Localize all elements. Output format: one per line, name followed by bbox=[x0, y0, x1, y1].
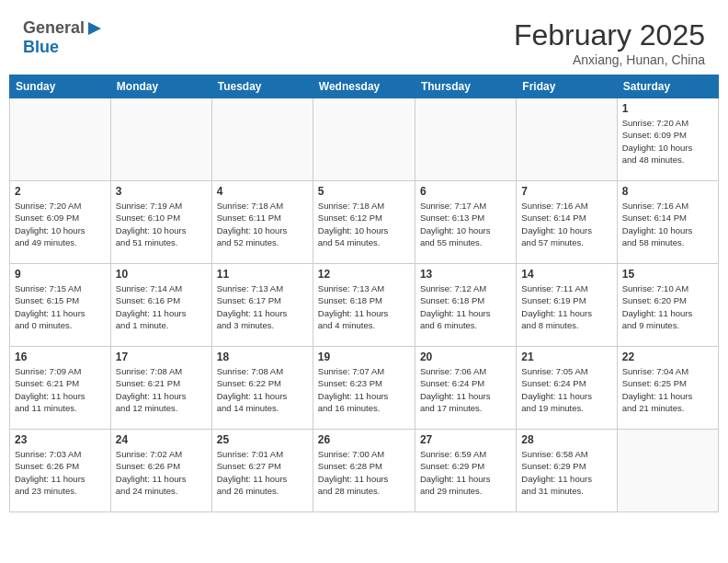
day-info: Sunrise: 6:59 AMSunset: 6:29 PMDaylight:… bbox=[420, 448, 511, 497]
weekday-header-row: SundayMondayTuesdayWednesdayThursdayFrid… bbox=[10, 75, 719, 98]
day-info: Sunrise: 7:18 AMSunset: 6:12 PMDaylight:… bbox=[318, 200, 410, 248]
weekday-header-tuesday: Tuesday bbox=[211, 75, 313, 98]
month-title: February 2025 bbox=[514, 18, 705, 52]
day-number: 9 bbox=[15, 268, 106, 281]
day-info: Sunrise: 7:20 AMSunset: 6:09 PMDaylight:… bbox=[622, 117, 713, 166]
calendar-day-cell: 26Sunrise: 7:00 AMSunset: 6:28 PMDayligh… bbox=[313, 430, 415, 512]
calendar-day-cell: 11Sunrise: 7:13 AMSunset: 6:17 PMDayligh… bbox=[211, 264, 313, 347]
calendar-day-cell: 25Sunrise: 7:01 AMSunset: 6:27 PMDayligh… bbox=[211, 430, 313, 512]
day-info: Sunrise: 7:04 AMSunset: 6:25 PMDaylight:… bbox=[622, 365, 713, 414]
day-number: 18 bbox=[217, 350, 308, 363]
calendar-day-cell: 15Sunrise: 7:10 AMSunset: 6:20 PMDayligh… bbox=[617, 264, 718, 347]
day-info: Sunrise: 7:01 AMSunset: 6:27 PMDaylight:… bbox=[217, 448, 308, 497]
weekday-header-friday: Friday bbox=[517, 75, 617, 98]
calendar-week-row: 9Sunrise: 7:15 AMSunset: 6:15 PMDaylight… bbox=[10, 264, 719, 347]
calendar-day-cell: 2Sunrise: 7:20 AMSunset: 6:09 PMDaylight… bbox=[10, 181, 111, 264]
calendar-day-cell: 6Sunrise: 7:17 AMSunset: 6:13 PMDaylight… bbox=[415, 181, 516, 264]
day-number: 27 bbox=[420, 433, 511, 446]
day-number: 6 bbox=[420, 185, 511, 198]
day-info: Sunrise: 7:05 AMSunset: 6:24 PMDaylight:… bbox=[521, 365, 611, 414]
day-number: 20 bbox=[420, 350, 511, 363]
day-number: 8 bbox=[622, 185, 713, 198]
day-number: 10 bbox=[116, 268, 207, 281]
page-header: General Blue February 2025 Anxiang, Huna… bbox=[9, 9, 719, 75]
calendar-week-row: 16Sunrise: 7:09 AMSunset: 6:21 PMDayligh… bbox=[10, 347, 719, 430]
day-number: 24 bbox=[116, 433, 207, 446]
day-info: Sunrise: 7:16 AMSunset: 6:14 PMDaylight:… bbox=[622, 200, 713, 248]
day-info: Sunrise: 7:00 AMSunset: 6:28 PMDaylight:… bbox=[318, 448, 410, 497]
location: Anxiang, Hunan, China bbox=[514, 52, 705, 67]
day-info: Sunrise: 7:10 AMSunset: 6:20 PMDaylight:… bbox=[622, 282, 713, 331]
calendar-day-cell: 22Sunrise: 7:04 AMSunset: 6:25 PMDayligh… bbox=[617, 347, 718, 430]
calendar-day-cell: 28Sunrise: 6:58 AMSunset: 6:29 PMDayligh… bbox=[517, 430, 617, 512]
calendar-day-cell bbox=[110, 98, 211, 181]
weekday-header-sunday: Sunday bbox=[10, 75, 111, 98]
weekday-header-wednesday: Wednesday bbox=[313, 75, 415, 98]
calendar-day-cell bbox=[617, 430, 718, 512]
day-number: 19 bbox=[318, 350, 410, 363]
calendar-day-cell: 12Sunrise: 7:13 AMSunset: 6:18 PMDayligh… bbox=[313, 264, 415, 347]
calendar-day-cell: 7Sunrise: 7:16 AMSunset: 6:14 PMDaylight… bbox=[517, 181, 617, 264]
day-number: 13 bbox=[420, 268, 511, 281]
calendar-day-cell bbox=[313, 98, 415, 181]
calendar-day-cell: 18Sunrise: 7:08 AMSunset: 6:22 PMDayligh… bbox=[211, 347, 313, 430]
calendar-day-cell bbox=[211, 98, 313, 181]
day-number: 26 bbox=[318, 433, 410, 446]
calendar-day-cell: 1Sunrise: 7:20 AMSunset: 6:09 PMDaylight… bbox=[617, 98, 718, 181]
calendar-day-cell bbox=[517, 98, 617, 181]
day-info: Sunrise: 7:03 AMSunset: 6:26 PMDaylight:… bbox=[15, 448, 106, 497]
svg-marker-0 bbox=[88, 22, 101, 35]
calendar-day-cell: 4Sunrise: 7:18 AMSunset: 6:11 PMDaylight… bbox=[211, 181, 313, 264]
day-number: 23 bbox=[15, 433, 106, 446]
day-info: Sunrise: 7:17 AMSunset: 6:13 PMDaylight:… bbox=[420, 200, 511, 248]
day-number: 12 bbox=[318, 268, 410, 281]
calendar-day-cell: 24Sunrise: 7:02 AMSunset: 6:26 PMDayligh… bbox=[110, 430, 211, 512]
day-number: 21 bbox=[521, 350, 611, 363]
calendar-week-row: 23Sunrise: 7:03 AMSunset: 6:26 PMDayligh… bbox=[10, 430, 719, 512]
day-number: 17 bbox=[116, 350, 207, 363]
day-info: Sunrise: 6:58 AMSunset: 6:29 PMDaylight:… bbox=[521, 448, 611, 497]
day-info: Sunrise: 7:15 AMSunset: 6:15 PMDaylight:… bbox=[15, 282, 106, 331]
calendar-day-cell: 23Sunrise: 7:03 AMSunset: 6:26 PMDayligh… bbox=[10, 430, 111, 512]
day-number: 7 bbox=[521, 185, 611, 198]
calendar-day-cell: 5Sunrise: 7:18 AMSunset: 6:12 PMDaylight… bbox=[313, 181, 415, 264]
calendar-day-cell: 19Sunrise: 7:07 AMSunset: 6:23 PMDayligh… bbox=[313, 347, 415, 430]
calendar-week-row: 2Sunrise: 7:20 AMSunset: 6:09 PMDaylight… bbox=[10, 181, 719, 264]
day-info: Sunrise: 7:20 AMSunset: 6:09 PMDaylight:… bbox=[15, 200, 106, 248]
calendar-day-cell: 17Sunrise: 7:08 AMSunset: 6:21 PMDayligh… bbox=[110, 347, 211, 430]
day-info: Sunrise: 7:08 AMSunset: 6:22 PMDaylight:… bbox=[217, 365, 308, 414]
calendar-day-cell: 21Sunrise: 7:05 AMSunset: 6:24 PMDayligh… bbox=[517, 347, 617, 430]
calendar-day-cell: 13Sunrise: 7:12 AMSunset: 6:18 PMDayligh… bbox=[415, 264, 516, 347]
day-info: Sunrise: 7:16 AMSunset: 6:14 PMDaylight:… bbox=[521, 200, 611, 248]
day-info: Sunrise: 7:07 AMSunset: 6:23 PMDaylight:… bbox=[318, 365, 410, 414]
weekday-header-thursday: Thursday bbox=[415, 75, 516, 98]
day-info: Sunrise: 7:14 AMSunset: 6:16 PMDaylight:… bbox=[116, 282, 207, 331]
day-number: 11 bbox=[217, 268, 308, 281]
day-number: 2 bbox=[15, 185, 106, 198]
calendar-day-cell: 16Sunrise: 7:09 AMSunset: 6:21 PMDayligh… bbox=[10, 347, 111, 430]
calendar-day-cell bbox=[415, 98, 516, 181]
day-number: 14 bbox=[521, 268, 611, 281]
logo: General Blue bbox=[23, 18, 103, 57]
weekday-header-monday: Monday bbox=[110, 75, 211, 98]
day-info: Sunrise: 7:08 AMSunset: 6:21 PMDaylight:… bbox=[116, 365, 207, 414]
day-info: Sunrise: 7:13 AMSunset: 6:17 PMDaylight:… bbox=[217, 282, 308, 331]
logo-blue: Blue bbox=[23, 38, 59, 57]
day-info: Sunrise: 7:02 AMSunset: 6:26 PMDaylight:… bbox=[116, 448, 207, 497]
calendar-week-row: 1Sunrise: 7:20 AMSunset: 6:09 PMDaylight… bbox=[10, 98, 719, 181]
logo-triangle-icon bbox=[86, 20, 103, 37]
calendar-day-cell: 3Sunrise: 7:19 AMSunset: 6:10 PMDaylight… bbox=[110, 181, 211, 264]
day-number: 15 bbox=[622, 268, 713, 281]
day-number: 5 bbox=[318, 185, 410, 198]
weekday-header-saturday: Saturday bbox=[617, 75, 718, 98]
calendar-day-cell bbox=[10, 98, 111, 181]
day-info: Sunrise: 7:09 AMSunset: 6:21 PMDaylight:… bbox=[15, 365, 106, 414]
day-number: 16 bbox=[15, 350, 106, 363]
day-number: 4 bbox=[217, 185, 308, 198]
calendar-day-cell: 20Sunrise: 7:06 AMSunset: 6:24 PMDayligh… bbox=[415, 347, 516, 430]
calendar-day-cell: 8Sunrise: 7:16 AMSunset: 6:14 PMDaylight… bbox=[617, 181, 718, 264]
header-right: February 2025 Anxiang, Hunan, China bbox=[514, 18, 705, 67]
day-number: 3 bbox=[116, 185, 207, 198]
day-number: 28 bbox=[521, 433, 611, 446]
day-info: Sunrise: 7:12 AMSunset: 6:18 PMDaylight:… bbox=[420, 282, 511, 331]
